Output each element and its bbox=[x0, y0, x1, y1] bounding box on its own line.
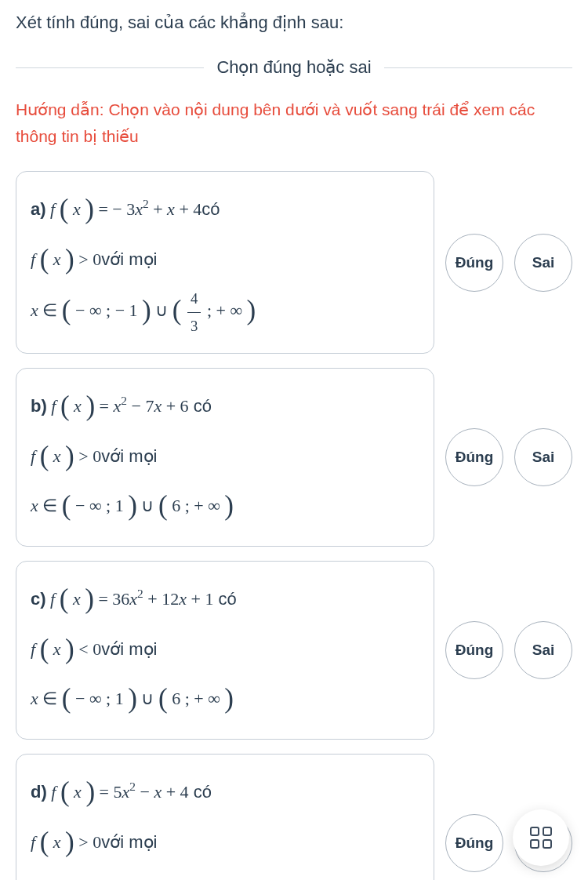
question-item-box[interactable]: d) f ( x ) = 5x2 − x + 4 cóf ( x ) > 0vớ… bbox=[16, 754, 434, 880]
question-item-box[interactable]: c) f ( x ) = 36x2 + 12x + 1 cóf ( x ) < … bbox=[16, 561, 434, 740]
question-text: Xét tính đúng, sai của các khẳng định sa… bbox=[16, 9, 572, 35]
range-line: x ∈ ( − ∞ ; − 1 ) ∪ ( 43 ; + ∞ ) bbox=[31, 285, 419, 339]
question-item-row: b) f ( x ) = x2 − 7x + 6 cóf ( x ) > 0vớ… bbox=[16, 368, 572, 547]
question-item-row: a) f ( x ) = − 3x2 + x + 4cóf ( x ) > 0v… bbox=[16, 171, 572, 354]
range-line: x ∈ ( − ∞ ; 1 ) ∪ ( 6 ; + ∞ ) bbox=[31, 482, 419, 532]
divider-label: Chọn đúng hoặc sai bbox=[204, 57, 383, 77]
section-divider: Chọn đúng hoặc sai bbox=[16, 57, 572, 78]
condition-line: f ( x ) > 0với mọi bbox=[31, 236, 419, 285]
false-button[interactable]: Sai bbox=[514, 621, 572, 679]
question-item-box[interactable]: b) f ( x ) = x2 − 7x + 6 cóf ( x ) > 0vớ… bbox=[16, 368, 434, 547]
true-button[interactable]: Đúng bbox=[445, 621, 503, 679]
menu-fab-button[interactable] bbox=[513, 809, 569, 866]
true-button[interactable]: Đúng bbox=[445, 428, 503, 486]
hint-text: Hướng dẫn: Chọn vào nội dung bên dưới và… bbox=[16, 96, 572, 149]
question-item-row: d) f ( x ) = 5x2 − x + 4 cóf ( x ) > 0vớ… bbox=[16, 754, 572, 880]
true-button[interactable]: Đúng bbox=[445, 814, 503, 872]
false-button[interactable]: Sai bbox=[514, 234, 572, 292]
equation-line: a) f ( x ) = − 3x2 + x + 4có bbox=[31, 186, 419, 235]
equation-line: d) f ( x ) = 5x2 − x + 4 có bbox=[31, 769, 419, 818]
true-button[interactable]: Đúng bbox=[445, 234, 503, 292]
equation-line: b) f ( x ) = x2 − 7x + 6 có bbox=[31, 383, 419, 432]
equation-line: c) f ( x ) = 36x2 + 12x + 1 có bbox=[31, 576, 419, 625]
range-line: x ∈ ( − ∞ ; + ∞ ) bbox=[31, 868, 419, 880]
condition-line: f ( x ) < 0với mọi bbox=[31, 626, 419, 675]
false-button[interactable]: Sai bbox=[514, 428, 572, 486]
grid-icon bbox=[530, 827, 552, 849]
question-item-row: c) f ( x ) = 36x2 + 12x + 1 cóf ( x ) < … bbox=[16, 561, 572, 740]
condition-line: f ( x ) > 0với mọi bbox=[31, 433, 419, 482]
question-item-box[interactable]: a) f ( x ) = − 3x2 + x + 4cóf ( x ) > 0v… bbox=[16, 171, 434, 354]
range-line: x ∈ ( − ∞ ; 1 ) ∪ ( 6 ; + ∞ ) bbox=[31, 675, 419, 725]
condition-line: f ( x ) > 0với mọi bbox=[31, 819, 419, 868]
